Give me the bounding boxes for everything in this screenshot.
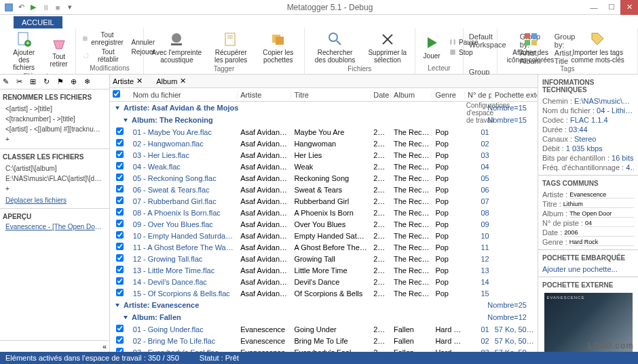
table-row[interactable]: 02 - Bring Me To Life.flacEvanescenceBri… bbox=[110, 335, 538, 346]
rename-pattern[interactable]: <[artist] - >[title] bbox=[3, 104, 107, 114]
tag-genre[interactable] bbox=[569, 238, 634, 246]
remove-all-button[interactable]: Tout retirer bbox=[46, 30, 71, 73]
col-artist[interactable]: Artiste bbox=[238, 91, 291, 99]
qat-stop-icon[interactable]: ■ bbox=[53, 3, 62, 12]
row-checkbox[interactable] bbox=[116, 243, 124, 250]
table-row[interactable]: 01 - Maybe You Are.flacAsaf Avidan & the… bbox=[110, 126, 538, 138]
row-checkbox[interactable] bbox=[116, 139, 124, 146]
clear-icon[interactable]: ✕ bbox=[180, 77, 186, 85]
row-checkbox[interactable] bbox=[116, 336, 124, 344]
row-checkbox[interactable] bbox=[116, 231, 124, 239]
play-button[interactable]: Jouer bbox=[419, 30, 444, 64]
row-checkbox[interactable] bbox=[116, 277, 124, 285]
import-tags-button[interactable]: Importer les tags comme mots-clés bbox=[562, 30, 633, 65]
row-checkbox[interactable] bbox=[116, 174, 124, 181]
tag-title[interactable] bbox=[563, 200, 634, 208]
row-checkbox[interactable] bbox=[116, 266, 124, 273]
lp-icon[interactable]: ↻ bbox=[43, 77, 53, 87]
table-row[interactable]: 14 - Devil's Dance.flacAsaf Avidan & the… bbox=[110, 276, 538, 287]
table-row[interactable]: 01 - Going Under.flacEvanescenceGoing Un… bbox=[110, 323, 538, 335]
group-album[interactable]: Album: FallenNombre=12 bbox=[110, 311, 538, 323]
get-lyrics-button[interactable]: Récupérer les paroles bbox=[208, 30, 254, 65]
restore-all-button[interactable]: Tout rétablir bbox=[80, 47, 127, 64]
add-cover-link[interactable]: Ajouter une pochette... bbox=[542, 265, 618, 273]
group-artist[interactable]: Artiste: EvanescenceNombre=25 bbox=[110, 299, 538, 311]
classify-pattern[interactable]: C:\[artist]\[album] bbox=[3, 163, 107, 174]
lp-icon[interactable]: ⊕ bbox=[71, 77, 80, 87]
table-row[interactable]: 04 - Weak.flacAsaf Avidan & the MojosWea… bbox=[110, 161, 538, 172]
rename-pattern[interactable]: <[tracknumber] - >[title] bbox=[3, 114, 107, 124]
tag-trackno[interactable] bbox=[585, 219, 634, 227]
copy-covers-button[interactable]: Copier les pochettes bbox=[257, 30, 300, 65]
row-checkbox[interactable] bbox=[116, 289, 124, 296]
select-all-checkbox[interactable] bbox=[113, 90, 120, 98]
qat-dropdown-icon[interactable]: ▾ bbox=[65, 3, 75, 12]
table-row[interactable]: 09 - Over You Blues.flacAsaf Avidan & th… bbox=[110, 218, 538, 230]
row-checkbox[interactable] bbox=[116, 220, 124, 227]
maximize-button[interactable]: ☐ bbox=[603, 0, 620, 15]
close-button[interactable]: ✕ bbox=[620, 0, 638, 15]
table-row[interactable]: 15 - Of Scorpions & Bells.flacAsaf Avida… bbox=[110, 287, 538, 299]
move-files-link[interactable]: Déplacer les fichiers bbox=[3, 195, 107, 205]
qat-save-icon[interactable] bbox=[4, 3, 14, 12]
table-row[interactable]: 13 - Little More Time.flacAsaf Avidan & … bbox=[110, 264, 538, 276]
table-row[interactable]: 07 - Rubberband Girl.flacAsaf Avidan & t… bbox=[110, 195, 538, 207]
table-row[interactable]: 02 - Hangwoman.flacAsaf Avidan & the Moj… bbox=[110, 138, 538, 149]
col-extcover[interactable]: Pochette externe bbox=[492, 91, 538, 99]
row-checkbox[interactable] bbox=[116, 127, 124, 135]
qat-undo-icon[interactable]: ↶ bbox=[16, 3, 26, 12]
row-checkbox[interactable] bbox=[116, 185, 124, 193]
row-checkbox[interactable] bbox=[116, 254, 124, 262]
table-row[interactable]: 10 - Empty Handed Saturday Blues.flacAsa… bbox=[110, 230, 538, 241]
row-checkbox[interactable] bbox=[116, 150, 124, 158]
row-checkbox[interactable] bbox=[116, 325, 124, 332]
cell-filename: 13 - Little More Time.flac bbox=[130, 266, 238, 275]
table-row[interactable]: 03 - Her Lies.flacAsaf Avidan & the Mojo… bbox=[110, 149, 538, 161]
delete-selection-button[interactable]: Supprimer la sélection bbox=[364, 30, 411, 65]
tag-album[interactable] bbox=[569, 209, 634, 218]
row-checkbox[interactable] bbox=[116, 162, 124, 169]
svg-rect-21 bbox=[525, 40, 530, 45]
cell-album: Fallen bbox=[391, 337, 432, 345]
lp-icon[interactable]: ✎ bbox=[3, 77, 12, 87]
collapse-icon[interactable]: « bbox=[102, 342, 107, 350]
group-artist[interactable]: Artiste: Asaf Avidan & the MojosNombre=1… bbox=[110, 102, 538, 114]
save-all-button[interactable]: Tout enregistrer bbox=[80, 31, 127, 47]
tab-accueil[interactable]: ACCUEIL bbox=[14, 16, 62, 28]
row-checkbox[interactable] bbox=[116, 208, 124, 216]
rename-pattern[interactable]: + bbox=[3, 134, 107, 144]
table-row[interactable]: 03 - Everybody's Fool.flacEvanescenceEve… bbox=[110, 346, 538, 352]
minimize-button[interactable]: — bbox=[585, 0, 603, 15]
find-duplicates-button[interactable]: Rechercher des doublons bbox=[309, 30, 362, 65]
table-row[interactable]: 08 - A Phoenix Is Born.flacAsaf Avidan &… bbox=[110, 207, 538, 218]
lp-icon[interactable]: ✂ bbox=[16, 77, 26, 87]
lp-icon[interactable]: ⊞ bbox=[30, 77, 39, 87]
col-date[interactable]: Date bbox=[371, 91, 391, 99]
preview-item[interactable]: Evanescence - [The Open Door #04] Lithiu… bbox=[3, 222, 107, 232]
tag-date[interactable] bbox=[564, 228, 634, 237]
classify-pattern[interactable]: E:\NAS\music\FLAC\[artist]\[date] - [alb… bbox=[3, 174, 107, 184]
grid-body[interactable]: Artiste: Asaf Avidan & the MojosNombre=1… bbox=[110, 102, 538, 352]
clear-icon[interactable]: ✕ bbox=[136, 77, 143, 85]
col-filename[interactable]: Nom du fichier bbox=[130, 91, 238, 99]
qat-play-icon[interactable]: ▶ bbox=[29, 3, 38, 12]
add-files-button[interactable]: +Ajouter des fichiers bbox=[4, 30, 43, 73]
qat-pause-icon[interactable]: ⏸ bbox=[41, 3, 50, 12]
row-checkbox[interactable] bbox=[116, 197, 124, 204]
rename-pattern[interactable]: <[artist] - <[|album| #][tracknumber]] >… bbox=[3, 124, 107, 134]
col-album[interactable]: Album bbox=[391, 91, 432, 99]
lp-icon[interactable]: ❄ bbox=[84, 77, 94, 87]
table-row[interactable]: 05 - Reckoning Song.flacAsaf Avidan & th… bbox=[110, 172, 538, 184]
tag-artist[interactable] bbox=[569, 190, 634, 199]
acoustic-fingerprint-button[interactable]: Avec l'empreinte acoustique bbox=[148, 30, 205, 65]
table-row[interactable]: 12 - Growing Tall.flacAsaf Avidan & the … bbox=[110, 253, 538, 264]
table-row[interactable]: 06 - Sweat & Tears.flacAsaf Avidan & the… bbox=[110, 184, 538, 195]
colored-icons-button[interactable]: Afficher des icônes colorées bbox=[502, 30, 560, 65]
col-genre[interactable]: Genre bbox=[432, 91, 465, 99]
col-title[interactable]: Titre bbox=[291, 91, 371, 99]
classify-pattern[interactable]: + bbox=[3, 184, 107, 194]
table-row[interactable]: 11 - A Ghost Before The Wall.flacAsaf Av… bbox=[110, 241, 538, 253]
group-album[interactable]: Album: The ReckoningNombre=15 bbox=[110, 114, 538, 126]
lp-icon[interactable]: ⚑ bbox=[57, 77, 67, 87]
col-trackno[interactable]: N° de piste bbox=[465, 91, 492, 99]
